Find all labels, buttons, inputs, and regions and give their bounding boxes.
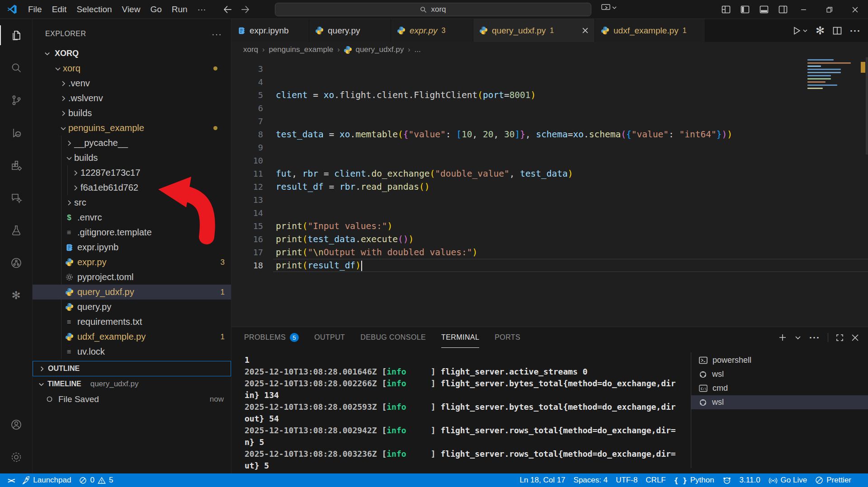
- activity-settings-gear[interactable]: [0, 441, 33, 473]
- toggle-panel-icon[interactable]: [760, 5, 769, 14]
- panel-tab-terminal[interactable]: TERMINAL: [441, 327, 479, 348]
- panel-tab-problems[interactable]: PROBLEMS5: [244, 327, 299, 348]
- editor-scrollbar[interactable]: [866, 57, 868, 155]
- tree-item--venv[interactable]: .venv: [33, 76, 231, 91]
- activity-openai[interactable]: ✻: [0, 279, 33, 312]
- terminal-output[interactable]: 12025-12-10T13:08:28.001646Z [info ] fli…: [245, 354, 676, 472]
- tree-item-expr-py[interactable]: expr.py 3: [33, 255, 231, 270]
- language-mode[interactable]: { }Python: [670, 473, 718, 487]
- tree-item-query-udxf-py[interactable]: query_udxf.py 1: [33, 285, 231, 300]
- new-terminal-dropdown-icon[interactable]: [794, 334, 802, 341]
- python-version[interactable]: 3.11.0: [736, 473, 764, 487]
- breadcrumb-item[interactable]: xorq: [243, 45, 258, 54]
- python-env[interactable]: [718, 473, 736, 487]
- remote-cast-control[interactable]: [601, 4, 617, 11]
- tree-item-query-py[interactable]: query.py: [33, 300, 231, 314]
- panel-tab-output[interactable]: OUTPUT: [314, 327, 345, 348]
- panel-tab-ports[interactable]: PORTS: [495, 327, 520, 348]
- code-line-10[interactable]: 10: [231, 154, 868, 167]
- code-line-17[interactable]: 17 print("\nOutput with doubled values:"…: [231, 246, 868, 259]
- tab-udxf-example-py[interactable]: udxf_example.py 1: [595, 19, 705, 42]
- outline-section[interactable]: OUTLINE: [33, 361, 231, 376]
- activity-chat-sparkle[interactable]: [0, 182, 33, 214]
- tree-item--wslvenv[interactable]: .wslvenv: [33, 91, 231, 106]
- shell-cmd[interactable]: C:\cmd: [691, 381, 868, 395]
- toggle-secondary-sidebar-icon[interactable]: [778, 5, 788, 14]
- go-live[interactable]: Go Live: [764, 473, 811, 487]
- tab-expr-py[interactable]: expr.py 3: [391, 19, 473, 42]
- restore-icon[interactable]: [816, 0, 842, 19]
- breadcrumb-item[interactable]: query_udxf.py: [344, 45, 404, 54]
- code-editor[interactable]: 3 4 5 client = xo.flight.client.FlightCl…: [231, 57, 868, 327]
- tab-query-py[interactable]: query.py: [309, 19, 391, 42]
- close-tab-icon[interactable]: [582, 27, 589, 34]
- command-center-search[interactable]: xorq: [275, 3, 591, 16]
- menu-file[interactable]: File: [23, 0, 47, 19]
- customize-layout-icon[interactable]: [722, 5, 731, 14]
- split-editor-icon[interactable]: [833, 26, 842, 35]
- minimize-icon[interactable]: [791, 0, 816, 19]
- tree-item-f6a1eb61d762[interactable]: f6a1eb61d762: [33, 180, 231, 195]
- activity-account[interactable]: [0, 408, 33, 441]
- code-line-13[interactable]: 13: [231, 193, 868, 206]
- breadcrumb-item[interactable]: penguins_example: [269, 45, 333, 54]
- activity-files[interactable]: [0, 19, 33, 52]
- close-panel-icon[interactable]: [851, 334, 859, 342]
- menu-view[interactable]: View: [117, 0, 146, 19]
- activity-extensions[interactable]: [0, 149, 33, 182]
- tab-expr-ipynb[interactable]: expr.ipynb: [231, 19, 309, 42]
- maximize-panel-icon[interactable]: [836, 334, 844, 342]
- breadcrumb[interactable]: xorq› penguins_example› query_udxf.py› .…: [231, 42, 868, 57]
- close-window-icon[interactable]: [842, 0, 868, 19]
- menu-run[interactable]: Run: [167, 0, 193, 19]
- openai-icon[interactable]: ✻: [816, 25, 825, 36]
- tree-item-requirements-txt[interactable]: ≡requirements.txt: [33, 314, 231, 329]
- code-line-16[interactable]: 16 print(test_data.execute()): [231, 233, 868, 246]
- tab-query-udxf-py[interactable]: query_udxf.py 1: [473, 19, 595, 42]
- code-line-15[interactable]: 15 print("Input values:"): [231, 220, 868, 233]
- activity-run-debug[interactable]: [0, 117, 33, 149]
- tree-item-xorq[interactable]: xorq: [33, 61, 231, 76]
- plus-icon[interactable]: [778, 333, 787, 342]
- code-line-14[interactable]: 14: [231, 206, 868, 220]
- minimap[interactable]: [807, 59, 858, 91]
- tree-item--gitignore-template[interactable]: ≡.gitignore.template: [33, 225, 231, 240]
- remote-indicator[interactable]: ><: [4, 473, 18, 487]
- encoding[interactable]: UTF-8: [612, 473, 642, 487]
- workspace-row[interactable]: XORQ: [33, 46, 231, 61]
- menu-go[interactable]: Go: [145, 0, 166, 19]
- code-line-3[interactable]: 3: [231, 62, 868, 75]
- code-line-5[interactable]: 5 client = xo.flight.client.FlightClient…: [231, 89, 868, 102]
- code-line-9[interactable]: 9: [231, 141, 868, 154]
- more-actions-icon[interactable]: ···: [850, 25, 861, 36]
- launchpad[interactable]: Launchpad: [18, 473, 75, 487]
- panel-tab-debug-console[interactable]: DEBUG CONSOLE: [360, 327, 426, 348]
- activity-source-control[interactable]: [0, 84, 33, 117]
- code-line-4[interactable]: 4: [231, 75, 868, 89]
- shell-wsl[interactable]: wsl: [691, 367, 868, 381]
- more-icon[interactable]: ···: [809, 332, 820, 343]
- cursor-position[interactable]: Ln 18, Col 17: [515, 473, 569, 487]
- code-line-8[interactable]: 8 test_data = xo.memtable({"value": [10,…: [231, 128, 868, 141]
- tree-item-builds[interactable]: builds: [33, 150, 231, 165]
- tree-item-penguins-example[interactable]: penguins_example: [33, 121, 231, 136]
- code-line-6[interactable]: 6: [231, 102, 868, 115]
- code-line-11[interactable]: 11 fut, rbr = client.do_exchange("double…: [231, 167, 868, 180]
- timeline-entry[interactable]: File Saved now: [33, 392, 231, 407]
- tree-item-expr-ipynb[interactable]: expr.ipynb: [33, 240, 231, 255]
- activity-graph-circle[interactable]: [0, 247, 33, 279]
- shell-powershell[interactable]: powershell: [691, 353, 868, 367]
- forward-arrow-icon[interactable]: [241, 5, 250, 14]
- problems-summary[interactable]: 05: [75, 473, 117, 487]
- code-line-12[interactable]: 12 result_df = rbr.read_pandas(): [231, 180, 868, 193]
- code-line-18[interactable]: 18 print(result_df): [231, 259, 868, 272]
- explorer-more-icon[interactable]: ···: [212, 29, 222, 39]
- run-python-button[interactable]: [792, 26, 807, 36]
- tree-item-builds[interactable]: builds: [33, 106, 231, 121]
- tree-item-udxf-example-py[interactable]: udxf_example.py 1: [33, 329, 231, 344]
- tree-item-12287e173c17[interactable]: 12287e173c17: [33, 165, 231, 180]
- eol[interactable]: CRLF: [642, 473, 670, 487]
- menu-edit[interactable]: Edit: [47, 0, 72, 19]
- tree-item---pycache--[interactable]: __pycache__: [33, 136, 231, 150]
- menu-overflow[interactable]: ···: [193, 0, 211, 19]
